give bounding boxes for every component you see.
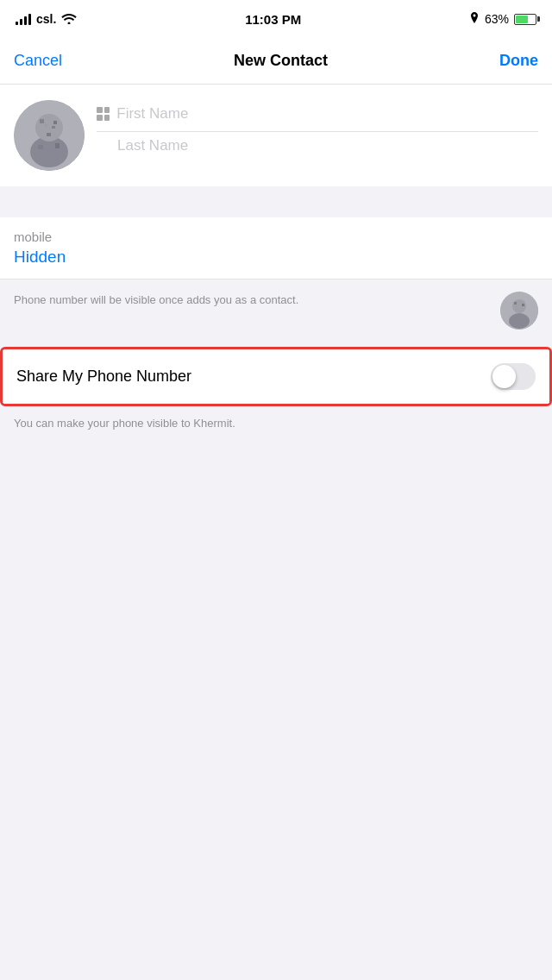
- svg-point-12: [509, 313, 530, 329]
- toggle-thumb: [492, 365, 516, 388]
- done-button[interactable]: Done: [499, 52, 538, 70]
- last-name-row: [97, 137, 538, 158]
- section-spacer: [0, 186, 552, 217]
- phone-label: mobile: [14, 229, 538, 244]
- info-avatar: [500, 292, 538, 330]
- last-name-input[interactable]: [97, 137, 538, 154]
- name-divider: [97, 131, 538, 132]
- share-subtitle-text: You can make your phone visible to Kherm…: [14, 417, 235, 430]
- phone-section: mobile Hidden: [0, 217, 552, 279]
- svg-point-2: [35, 114, 63, 141]
- svg-rect-8: [38, 145, 43, 149]
- share-label: Share My Phone Number: [16, 368, 191, 386]
- signal-bars-icon: [16, 13, 31, 25]
- location-icon: [469, 12, 480, 27]
- avatar[interactable]: [14, 100, 85, 171]
- name-fields: [97, 100, 538, 158]
- first-name-icon: [97, 107, 110, 121]
- info-text: Phone number will be visible once adds y…: [14, 292, 490, 309]
- first-name-input[interactable]: [116, 105, 538, 122]
- status-time: 11:03 PM: [245, 12, 301, 27]
- battery-percent: 63%: [485, 12, 509, 26]
- carrier-name: csl.: [36, 12, 56, 26]
- info-section: Phone number will be visible once adds y…: [0, 279, 552, 342]
- share-section-wrapper: Share My Phone Number: [0, 347, 552, 406]
- svg-rect-3: [40, 119, 44, 123]
- svg-rect-6: [52, 126, 55, 129]
- share-section: Share My Phone Number: [3, 349, 549, 404]
- svg-rect-7: [47, 133, 51, 136]
- svg-rect-14: [522, 304, 524, 306]
- first-name-row: [97, 105, 538, 126]
- nav-bar: Cancel New Contact Done: [0, 38, 552, 85]
- bottom-area: [0, 449, 552, 795]
- share-subtitle: You can make your phone visible to Kherm…: [0, 406, 552, 449]
- battery-icon: [514, 14, 536, 25]
- status-right: 63%: [469, 12, 536, 27]
- cancel-button[interactable]: Cancel: [14, 52, 62, 70]
- status-left: csl.: [16, 12, 77, 27]
- contact-form-section: [0, 85, 552, 186]
- phone-value: Hidden: [14, 248, 538, 267]
- status-bar: csl. 11:03 PM 63%: [0, 0, 552, 38]
- svg-rect-13: [514, 302, 517, 305]
- svg-rect-5: [45, 124, 47, 127]
- svg-rect-9: [55, 143, 60, 148]
- page-title: New Contact: [234, 52, 328, 70]
- wifi-icon: [61, 12, 77, 27]
- svg-rect-4: [53, 121, 57, 124]
- share-phone-toggle[interactable]: [491, 363, 536, 390]
